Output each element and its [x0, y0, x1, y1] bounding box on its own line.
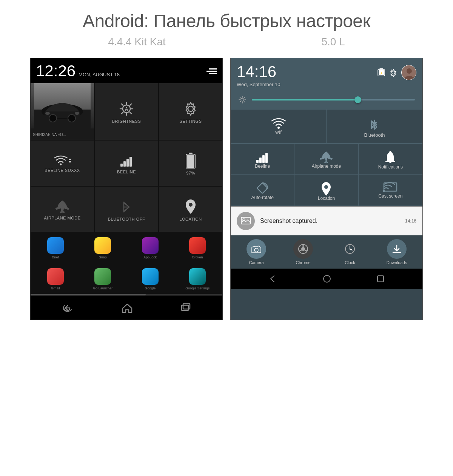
kk-app-label-broken: Broken: [192, 255, 203, 259]
ll-dock-icon-downloads: [387, 239, 407, 259]
ll-back-btn[interactable]: [269, 275, 277, 283]
ll-brightness-thumb[interactable]: [354, 96, 361, 103]
bell-ll-icon: [384, 151, 397, 164]
kk-app-applock[interactable]: AppLock: [127, 235, 174, 261]
svg-point-35: [392, 71, 395, 74]
ll-tile-notifications[interactable]: Notifications: [359, 144, 422, 175]
ll-dock-chrome[interactable]: Chrome: [280, 239, 326, 265]
svg-rect-51: [265, 153, 268, 163]
ll-recents-btn[interactable]: [377, 275, 384, 283]
ll-home-btn[interactable]: [323, 275, 331, 283]
ll-bluetooth-label: Bluetooth: [364, 132, 385, 138]
kk-app-label-googlesettings: Google Settings: [185, 286, 210, 290]
kk-app-google[interactable]: Google: [127, 266, 174, 292]
ll-tile-bluetooth[interactable]: Bluetooth: [327, 110, 422, 144]
settings-icon: [183, 101, 199, 117]
kk-app-icon-gmail: [47, 268, 64, 285]
kk-menu-icon[interactable]: [206, 68, 217, 74]
svg-point-37: [407, 68, 412, 74]
ll-tile-autorotate[interactable]: Auto-rotate: [231, 175, 294, 206]
page-header: Android: Панель быстрых настроек 4.4.4 K…: [0, 0, 453, 58]
kk-app-icon-snap: [94, 237, 111, 254]
ll-brightness-slider[interactable]: [252, 99, 415, 100]
ll-dock: Camera Chrome: [231, 235, 422, 269]
kk-tile-settings[interactable]: SETTINGS: [159, 83, 222, 140]
ll-dock-downloads[interactable]: Downloads: [374, 239, 419, 265]
ll-time-section: 14:16 Wed, September 10: [237, 63, 280, 87]
ll-notif-time: 14:16: [405, 218, 416, 224]
ll-dock-label-clock: Clock: [345, 260, 355, 265]
ll-tile-wifi[interactable]: wtf: [231, 110, 327, 144]
kk-home-icon: [122, 303, 133, 313]
ll-dock-camera[interactable]: Camera: [234, 239, 279, 265]
kk-app-brief[interactable]: Brief: [32, 235, 79, 261]
ll-settings-icon[interactable]: [389, 68, 398, 77]
ll-airplane-label: Airplane mode: [312, 164, 341, 169]
svg-point-56: [383, 190, 385, 192]
kk-tile-airplane[interactable]: AIRPLANE MODE: [31, 187, 94, 232]
kk-tile-wifi[interactable]: BEELINE SUXXX: [31, 141, 94, 186]
kk-app-icon-broken: [189, 237, 206, 254]
svg-line-45: [244, 97, 245, 98]
ll-notif-icon: [237, 212, 255, 230]
kk-home-btn[interactable]: [122, 303, 133, 313]
kk-tile-battery[interactable]: 97%: [159, 141, 222, 186]
ll-grid-2col: wtf Bluetooth: [231, 109, 422, 144]
ll-tile-airplane[interactable]: Airplane mode: [294, 144, 358, 175]
svg-rect-26: [187, 155, 194, 168]
kk-tile-brightness[interactable]: A BRIGHTNESS: [95, 83, 158, 140]
svg-rect-48: [256, 160, 259, 163]
menu-line-2: [206, 71, 217, 72]
ll-grid-3col-row1: Beeline Airplane mode Notifications: [231, 144, 422, 175]
ll-battery-icon: ⚡: [377, 68, 385, 77]
svg-line-16: [122, 112, 123, 114]
kk-app-googlesettings[interactable]: Google Settings: [174, 266, 221, 292]
svg-text:⚡: ⚡: [380, 71, 383, 75]
kk-date: MON, AUGUST 18: [79, 72, 120, 77]
signal-ll-icon: [256, 151, 269, 164]
ll-beeline-label: Beeline: [255, 164, 270, 169]
kk-back-btn[interactable]: [62, 303, 74, 312]
battery-ll-svg: ⚡: [377, 68, 385, 77]
ll-notifications-label: Notifications: [378, 164, 403, 170]
kk-app-label-brief: Brief: [52, 255, 59, 259]
svg-line-13: [122, 104, 123, 105]
kk-app-snap[interactable]: Snap: [80, 235, 126, 261]
ll-tile-location[interactable]: Location: [294, 175, 358, 206]
menu-line-1: [209, 68, 217, 70]
version-left: 4.4.4 Kit Kat: [108, 36, 166, 48]
brightness-svg: A: [119, 101, 134, 117]
svg-point-6: [49, 114, 57, 122]
ll-tile-castscreen[interactable]: Cast screen: [359, 175, 422, 206]
ll-tile-beeline[interactable]: Beeline: [231, 144, 294, 175]
kk-tile-signal[interactable]: BEELINE: [95, 141, 158, 186]
kk-brightness-label: BRIGHTNESS: [112, 119, 141, 124]
ll-dock-icon-clock: [340, 239, 360, 259]
kk-airplane-label: AIRPLANE MODE: [44, 216, 81, 220]
ll-home-icon: [323, 275, 331, 283]
kk-recents-btn[interactable]: [181, 303, 191, 313]
sun-svg: [238, 96, 247, 104]
ll-notif-text: Screenshot captured.: [260, 218, 400, 224]
ll-brightness-row: [231, 90, 422, 109]
signal-kk-icon: [120, 154, 133, 167]
ll-user-avatar[interactable]: [401, 65, 416, 80]
kk-app-label-applock: AppLock: [143, 255, 157, 259]
kk-app-gmail[interactable]: Gmail: [32, 266, 79, 292]
kitkat-panel: 12:26 MON, AUGUST 18: [30, 58, 223, 320]
avatar-svg: [402, 65, 416, 80]
kk-tile-media[interactable]: SHIRIXAE NA'EO...: [31, 83, 94, 140]
ll-dock-clock[interactable]: Clock: [327, 239, 373, 265]
kk-tile-bluetooth-off[interactable]: BLUETOOTH OFF: [95, 187, 158, 232]
autorotate-icon: [256, 181, 269, 195]
svg-line-63: [299, 250, 302, 252]
cast-icon: [383, 181, 398, 193]
ll-notification: Screenshot captured. 14:16: [231, 206, 422, 235]
location-ll-icon: [321, 181, 331, 196]
kk-app-broken[interactable]: Broken: [174, 235, 221, 261]
kk-app-golauncher[interactable]: Go Launcher: [80, 266, 126, 292]
ll-notif-title: Screenshot captured.: [260, 218, 317, 224]
kk-tile-location[interactable]: LOCATION: [159, 187, 222, 232]
ll-navbar: [231, 269, 422, 289]
kk-app-label-golauncher: Go Launcher: [93, 286, 112, 290]
